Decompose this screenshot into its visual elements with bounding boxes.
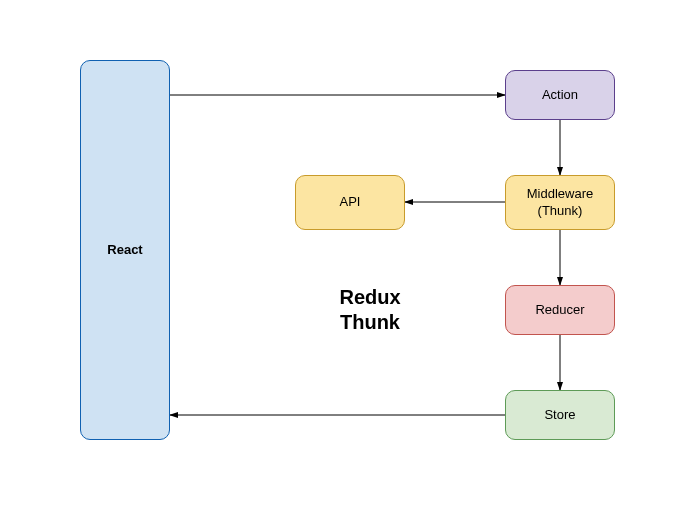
node-reducer: Reducer — [505, 285, 615, 335]
node-middleware: Middleware(Thunk) — [505, 175, 615, 230]
title-line1: Redux — [339, 286, 400, 308]
node-api: API — [295, 175, 405, 230]
node-store: Store — [505, 390, 615, 440]
node-react: React — [80, 60, 170, 440]
diagram-title: Redux Thunk — [300, 285, 440, 335]
diagram-canvas: React Action Middleware(Thunk) API Reduc… — [0, 0, 696, 511]
title-line2: Thunk — [340, 311, 400, 333]
node-action: Action — [505, 70, 615, 120]
